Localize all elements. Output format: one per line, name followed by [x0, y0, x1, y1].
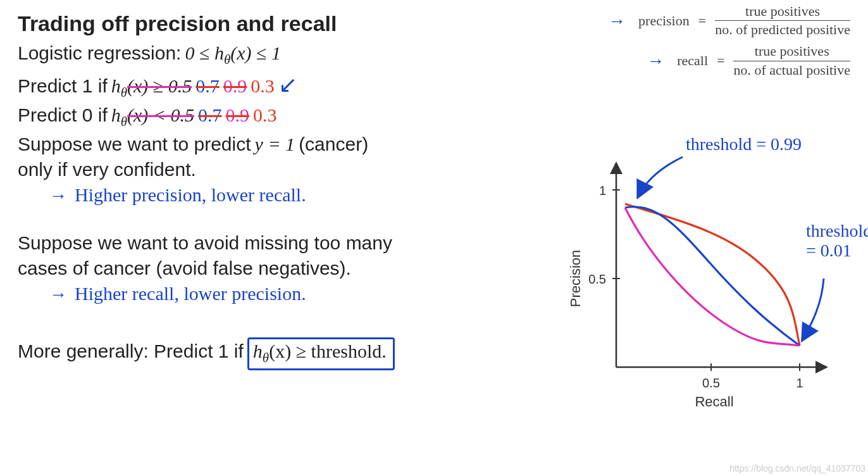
- annotation-2-text: Higher recall, lower precision.: [75, 283, 306, 304]
- math-part: h: [253, 341, 263, 361]
- x-tick-05: 0.5: [702, 376, 720, 390]
- threshold-09: 0.9: [226, 104, 250, 126]
- chart-annotation-low-a: threshold: [806, 222, 868, 241]
- y-tick-1: 1: [599, 184, 606, 197]
- suppose1-a: Suppose we want to predict: [18, 134, 251, 155]
- suppose1-c: only if very confident.: [18, 159, 196, 180]
- arrow-icon: →: [49, 284, 67, 304]
- annotation-1: → Higher precision, lower recall.: [18, 184, 536, 206]
- more-generally-line: More generally: Predict 1 if hθ(x) ≥ thr…: [18, 337, 536, 370]
- suppose2-a: Suppose we want to avoid missing too man…: [18, 232, 392, 254]
- math-expr: hθ(x) ≥ 0.5: [111, 75, 192, 101]
- math-sub: θ: [121, 85, 127, 100]
- math-sub: θ: [224, 52, 230, 67]
- denominator: no. of actual positive: [733, 61, 850, 78]
- predict0-prefix: Predict 0 if: [18, 104, 108, 126]
- annotation-1-text: Higher precision, lower recall.: [75, 184, 306, 206]
- fraction: true positives no. of actual positive: [733, 44, 850, 77]
- more-generally-prefix: More generally: Predict 1 if: [18, 341, 244, 362]
- threshold-07: 0.7: [195, 75, 220, 97]
- x-tick-1: 1: [796, 376, 803, 390]
- arrow-icon: [803, 279, 824, 339]
- arrow-icon: →: [608, 11, 626, 31]
- arrow-icon: →: [647, 51, 664, 71]
- formula-block: → precision = true positives no. of pred…: [547, 4, 850, 84]
- chart-annotation-high: threshold = 0.99: [686, 134, 802, 154]
- math-tail: (x) ≥ threshold.: [269, 341, 387, 361]
- math-sub: θ: [263, 350, 269, 365]
- suppose1-b: (cancer): [299, 134, 368, 155]
- equals-sign: =: [698, 13, 706, 29]
- math-part: 0 ≤ h: [185, 42, 223, 63]
- threshold-05: (x) ≥ 0.5: [127, 75, 192, 96]
- annotation-2: → Higher recall, lower precision.: [18, 283, 536, 304]
- suppose1-math: y = 1: [255, 134, 295, 155]
- math-part: h: [111, 75, 121, 96]
- precision-label: precision: [638, 13, 690, 29]
- arrow-icon: [638, 157, 683, 196]
- recall-label: recall: [677, 53, 708, 69]
- pr-chart: 1 0.5 0.5 1 Precision Recall threshold =…: [559, 152, 850, 418]
- suppose2-line1: Suppose we want to avoid missing too man…: [18, 232, 536, 254]
- math-part: h: [111, 104, 121, 125]
- chart-annotation-low: threshold = 0.01: [806, 222, 868, 261]
- threshold-09: 0.9: [223, 75, 247, 97]
- threshold-07: 0.7: [198, 104, 222, 126]
- predict1-line: Predict 1 if hθ(x) ≥ 0.5 0.7 0.9 0.3 ↙: [18, 72, 536, 101]
- numerator: true positives: [733, 44, 850, 61]
- y-tick-05: 0.5: [588, 272, 606, 286]
- numerator: true positives: [715, 4, 850, 21]
- math-expr: hθ(x) < 0.5: [111, 104, 194, 130]
- predict1-prefix: Predict 1 if: [18, 75, 108, 97]
- arrow-icon: →: [49, 185, 67, 206]
- suppose2-b: cases of cancer (avoid false negatives).: [18, 258, 351, 279]
- equals-sign: =: [717, 53, 724, 69]
- chart-annotation-low-b: = 0.01: [806, 241, 868, 261]
- fraction: true positives no. of predicted positive: [715, 4, 850, 37]
- math-part: (x) ≤ 1: [230, 42, 281, 63]
- arrow-point-icon: ↙: [278, 72, 297, 98]
- y-axis-label: Precision: [567, 250, 583, 307]
- suppose2-line2: cases of cancer (avoid false negatives).: [18, 258, 536, 279]
- precision-formula: → precision = true positives no. of pred…: [547, 4, 850, 37]
- predict0-line: Predict 0 if hθ(x) < 0.5 0.7 0.9 0.3: [18, 104, 536, 130]
- threshold-03: 0.3: [253, 104, 277, 126]
- recall-formula: → recall = true positives no. of actual …: [547, 44, 850, 77]
- suppose1-line1: Suppose we want to predict y = 1 (cancer…: [18, 134, 536, 155]
- denominator: no. of predicted positive: [715, 21, 850, 37]
- threshold-03: 0.3: [251, 75, 275, 97]
- watermark: https://blog.csdn.net/qq_41037703: [729, 463, 865, 473]
- math-expr: 0 ≤ hθ(x) ≤ 1: [185, 42, 281, 68]
- threshold-box: hθ(x) ≥ threshold.: [247, 337, 395, 370]
- slide-title: Trading off precision and recall: [18, 11, 536, 36]
- threshold-05: (x) < 0.5: [127, 104, 194, 125]
- x-axis-label: Recall: [695, 394, 733, 410]
- logistic-line: Logistic regression: 0 ≤ hθ(x) ≤ 1: [18, 42, 536, 68]
- logistic-prefix: Logistic regression:: [18, 42, 181, 64]
- suppose1-line2: only if very confident.: [18, 159, 536, 180]
- math-sub: θ: [121, 114, 127, 129]
